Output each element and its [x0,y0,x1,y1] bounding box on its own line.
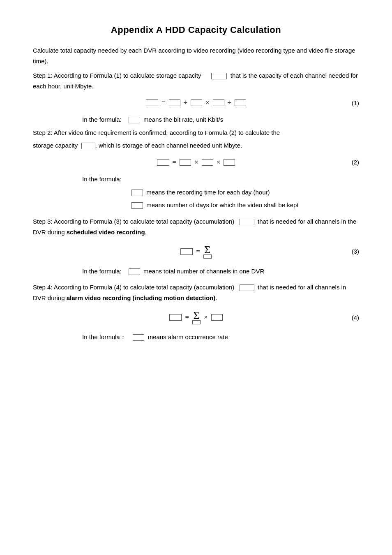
formula-4: = Σ × (4) [33,310,359,324]
step4-note: In the formula： means alarm occurrence r… [33,332,359,342]
intro-text: Calculate total capacity needed by each … [33,45,359,66]
formula-2: = × × (2) [33,158,359,166]
formula-1: = ÷ × ÷ (1) [33,99,359,107]
formula-3: = Σ (3) [33,245,359,259]
step1-note: In the formula: means the bit rate, unit… [33,114,359,125]
step3-text: Step 3: According to Formula (3) to calc… [33,216,359,237]
step2-text2: storage capacity , which is storage of e… [33,140,359,151]
formula-2-number: (2) [352,159,359,166]
step1-text: Step 1: According to Formula (1) to calc… [33,70,359,91]
step2-text: Step 2: After video time requirement is … [33,127,359,138]
step2-note2: means the recording time for each day (h… [33,187,359,198]
step4-text: Step 4: According to Formula (4) to calc… [33,282,359,303]
page-title: Appendix A HDD Capacity Calculation [33,25,359,35]
formula-1-number: (1) [352,99,359,106]
step2-note: In the formula: [33,174,359,185]
formula-4-number: (4) [352,314,359,321]
step2-note3: means number of days for which the video… [33,199,359,210]
formula-3-number: (3) [352,248,359,255]
step3-note: In the formula: means total number of ch… [33,266,359,277]
